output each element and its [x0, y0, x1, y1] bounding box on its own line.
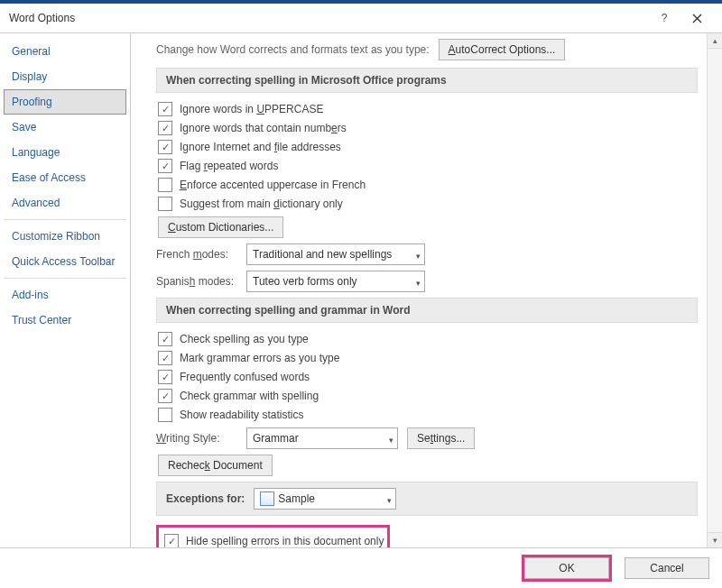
vertical-scrollbar[interactable]: ▴ ▾	[707, 33, 722, 547]
scroll-track[interactable]	[708, 49, 722, 532]
optB-row-4: Show readability statistics	[158, 408, 698, 422]
optA-row-3: Flag repeated words	[158, 159, 698, 173]
optB-label-2: Frequently confused words	[180, 371, 310, 383]
sidebar-item-ease-of-access[interactable]: Ease of Access	[4, 165, 126, 190]
autocorrect-options-label: utoCorrect Options...	[456, 43, 556, 56]
french-modes-label: French modes:	[156, 248, 237, 261]
optB-checkbox-1[interactable]	[158, 351, 172, 365]
custom-dictionaries-button[interactable]: Custom Dictionaries...	[158, 216, 283, 238]
optA-label-2: Ignore Internet and file addresses	[180, 141, 341, 153]
optB-checkbox-0[interactable]	[158, 332, 172, 346]
optB-row-2: Frequently confused words	[158, 370, 698, 384]
sidebar-item-save[interactable]: Save	[4, 115, 126, 140]
optA-checkbox-2[interactable]	[158, 140, 172, 154]
help-button[interactable]: ?	[648, 5, 680, 31]
ok-button[interactable]: OK	[524, 557, 609, 579]
section-exceptions: Exceptions for: Sample▾	[156, 482, 698, 516]
sidebar-item-trust-center[interactable]: Trust Center	[4, 308, 126, 333]
section-spelling-grammar-word: When correcting spelling and grammar in …	[156, 298, 698, 323]
dialog-footer: OK Cancel	[0, 548, 722, 588]
optC-checkbox-0[interactable]	[164, 534, 179, 547]
optB-label-4: Show readability statistics	[180, 409, 303, 421]
sidebar-item-advanced[interactable]: Advanced	[4, 190, 126, 216]
optA-checkbox-0[interactable]	[158, 102, 172, 116]
writing-style-select[interactable]: Grammar▾	[246, 427, 398, 449]
optA-checkbox-1[interactable]	[158, 121, 172, 135]
cancel-button[interactable]: Cancel	[625, 557, 709, 579]
optA-label-5: Suggest from main dictionary only	[180, 198, 343, 210]
autocorrect-options-button[interactable]: AutoCorrect Options...	[439, 39, 566, 60]
exceptions-doc-select[interactable]: Sample▾	[254, 488, 396, 510]
category-sidebar: GeneralDisplayProofingSaveLanguageEase o…	[0, 33, 131, 547]
french-modes-select[interactable]: Traditional and new spellings▾	[246, 243, 425, 265]
optB-label-1: Mark grammar errors as you type	[180, 352, 339, 364]
document-icon	[260, 492, 274, 506]
writing-settings-button[interactable]: Settings...	[407, 427, 475, 449]
titlebar: Word Options ?	[0, 4, 722, 33]
intro-text: Change how Word corrects and formats tex…	[156, 43, 430, 56]
sidebar-item-customize-ribbon[interactable]: Customize Ribbon	[4, 224, 126, 249]
optB-row-1: Mark grammar errors as you type	[158, 351, 698, 365]
writing-style-label: Writing Style:	[156, 432, 237, 445]
spanish-modes-select[interactable]: Tuteo verb forms only▾	[246, 271, 425, 292]
sidebar-item-general[interactable]: General	[4, 39, 126, 64]
sidebar-item-add-ins[interactable]: Add-ins	[4, 282, 126, 308]
spanish-modes-label: Spanish modes:	[156, 275, 237, 288]
optA-label-0: Ignore words in UPPERCASE	[180, 103, 323, 115]
optA-row-5: Suggest from main dictionary only	[158, 197, 698, 211]
optA-label-1: Ignore words that contain numbers	[180, 122, 347, 134]
optB-checkbox-3[interactable]	[158, 389, 172, 403]
sidebar-item-display[interactable]: Display	[4, 64, 126, 89]
optB-checkbox-2[interactable]	[158, 370, 172, 384]
optA-row-2: Ignore Internet and file addresses	[158, 140, 698, 154]
optA-label-4: Enforce accented uppercase in French	[180, 179, 366, 191]
optB-label-0: Check spelling as you type	[180, 333, 309, 345]
word-options-dialog: Word Options ? GeneralDisplayProofingSav…	[0, 0, 722, 588]
optB-checkbox-4[interactable]	[158, 408, 172, 422]
dialog-title: Word Options	[9, 12, 648, 24]
scroll-up-arrow[interactable]: ▴	[708, 33, 722, 49]
optA-checkbox-4[interactable]	[158, 178, 172, 192]
sidebar-item-quick-access-toolbar[interactable]: Quick Access Toolbar	[4, 249, 126, 274]
optC-row-0: Hide spelling errors in this document on…	[164, 534, 384, 547]
optA-label-3: Flag repeated words	[180, 160, 278, 172]
optA-row-4: Enforce accented uppercase in French	[158, 178, 698, 192]
optA-row-1: Ignore words that contain numbers	[158, 121, 698, 135]
optB-row-3: Check grammar with spelling	[158, 389, 698, 403]
scroll-down-arrow[interactable]: ▾	[708, 532, 722, 547]
optA-row-0: Ignore words in UPPERCASE	[158, 102, 698, 116]
optC-label-0: Hide spelling errors in this document on…	[186, 535, 384, 547]
close-button[interactable]	[680, 5, 713, 31]
options-panel: Change how Word corrects and formats tex…	[131, 33, 707, 547]
section-spelling-office: When correcting spelling in Microsoft Of…	[156, 68, 698, 93]
optA-checkbox-5[interactable]	[158, 197, 172, 211]
optA-checkbox-3[interactable]	[158, 159, 172, 173]
optB-label-3: Check grammar with spelling	[180, 390, 319, 402]
recheck-document-button[interactable]: Recheck Document	[158, 455, 273, 476]
sidebar-item-proofing[interactable]: Proofing	[4, 89, 126, 115]
optB-row-0: Check spelling as you type	[158, 332, 698, 346]
sidebar-item-language[interactable]: Language	[4, 140, 126, 165]
